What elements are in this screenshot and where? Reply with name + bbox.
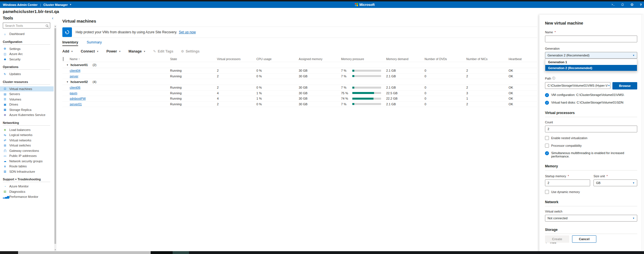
sidebar-item-sdn-infrastructure[interactable]: ▥ SDN Infrastructure xyxy=(0,169,57,174)
power-button[interactable]: Power▼ xyxy=(106,49,121,53)
vproc-count-input[interactable] xyxy=(545,126,637,132)
add-button[interactable]: Add▼ xyxy=(62,49,73,53)
search-tools-input[interactable] xyxy=(3,23,50,29)
create-button[interactable]: Create xyxy=(545,235,569,243)
sidebar-item-azure-arc[interactable]: ◫ Azure Arc xyxy=(0,51,57,57)
set-up-now-link[interactable]: Set up now xyxy=(179,30,196,34)
scrollbar-thumb[interactable] xyxy=(54,28,56,244)
sidebar-item-aks[interactable]: ☸ Azure Kubernetes Service xyxy=(0,112,57,118)
startup-memory-input[interactable] xyxy=(545,179,590,186)
edit-tags-button[interactable]: ✎Edit Tags xyxy=(153,49,173,53)
scroll-up-icon[interactable]: ▲ xyxy=(54,25,56,28)
search-icon xyxy=(45,24,49,29)
vm-link[interactable]: sdnbootPW xyxy=(70,97,86,100)
table-row[interactable]: client06 Running 2 0 % 30 GB 7 % 2.1 GB … xyxy=(62,85,537,91)
network-section: Network xyxy=(545,200,637,204)
sidebar-item-public-ip[interactable]: ▭ Public IP addresses xyxy=(0,153,57,159)
cancel-button[interactable]: Cancel xyxy=(572,235,596,243)
sidebar-item-virtual-switches[interactable]: ⊞ Virtual switches xyxy=(0,143,57,148)
manage-button[interactable]: Manage▼ xyxy=(129,49,146,53)
virtual-switch-select[interactable]: Not connected ▼ xyxy=(545,215,637,222)
notifications-icon[interactable] xyxy=(621,3,624,6)
sidebar-item-dashboard[interactable]: ⌂ Dashboard xyxy=(0,31,57,37)
vm-config-path-info: VM configuration: C:\ClusterStorage\Volu… xyxy=(551,93,624,97)
panel-title: New virtual machine xyxy=(545,21,637,25)
option-generation-2[interactable]: Generation 2 (Recommended) xyxy=(545,65,637,71)
sidebar-item-gateway-connections[interactable]: ⋂ Gateway connections xyxy=(0,148,57,154)
sidebar-item-route-tables[interactable]: ⋔ Route tables xyxy=(0,164,57,169)
help-icon[interactable]: ? xyxy=(640,3,642,6)
memory-pressure-bar xyxy=(352,70,381,72)
info-icon: i xyxy=(545,101,549,105)
connect-button[interactable]: Connect▼ xyxy=(81,49,99,53)
col-nics: Number of NICs xyxy=(466,57,509,61)
sidebar-item-logical-networks[interactable]: ⇆ Logical networks xyxy=(0,132,57,138)
sidebar-item-azure-monitor[interactable]: ◔ Azure Monitor xyxy=(0,184,57,189)
microsoft-logo: Microsoft xyxy=(355,1,375,8)
sidebar-item-drives[interactable]: ▣ Drives xyxy=(0,102,57,107)
tab-inventory[interactable]: Inventory xyxy=(62,40,78,46)
generation-dropdown: Generation 1 Generation 2 (Recommended) xyxy=(545,59,637,71)
panel-scrollbar[interactable] xyxy=(641,15,644,251)
settings-gear-icon[interactable]: ⚙ xyxy=(630,3,634,7)
processor-compatibility-checkbox[interactable]: Processor compatibility xyxy=(545,144,637,148)
vm-link[interactable]: client06 xyxy=(70,86,80,89)
table-row[interactable]: server Running 2 0 % 30 GB 7 % 2.1 GB 0 … xyxy=(62,74,537,79)
generation-select[interactable]: Generation 2 (Recommended) ▼ xyxy=(545,52,637,59)
gateway-connections-icon: ⋂ xyxy=(3,149,7,152)
azure-site-recovery-icon xyxy=(62,27,72,37)
vm-name-input[interactable] xyxy=(545,36,637,42)
group-row-hciserver02[interactable]: ▼ hciserver02 (4) xyxy=(62,79,537,85)
option-generation-1[interactable]: Generation 1 xyxy=(545,59,637,65)
group-row-hciserver01[interactable]: ▼ hciserver01 (2) xyxy=(62,62,537,68)
table-row[interactable]: client04 Running 2 0 % 30 GB 7 % 2.1 GB … xyxy=(62,68,537,74)
table-row[interactable]: sdnbootPW Running 4 1 % 30 GB 74 % 22.2 … xyxy=(62,96,537,102)
divider xyxy=(3,84,50,85)
shield-icon: ◆ xyxy=(3,58,7,61)
table-row[interactable]: server01 Running 2 0 % 30 GB 7 % 2.1 GB … xyxy=(62,102,537,107)
sidebar-item-nsg[interactable]: ☁ Network security groups xyxy=(0,159,57,164)
table-row[interactable]: pavm Running 4 1 % 30 GB 75 % 22.5 GB 0 … xyxy=(62,91,537,96)
scroll-down-icon[interactable]: ▼ xyxy=(54,248,56,251)
sidebar-scrollbar[interactable]: ▲ ▼ xyxy=(54,25,56,251)
path-select[interactable]: C:\ClusterStorage\Volume01\VMS (Hyper-V … xyxy=(545,82,610,89)
virtual-switches-icon: ⊞ xyxy=(3,144,7,147)
azure-arc-icon: ◫ xyxy=(3,52,7,56)
collapse-sidebar-icon[interactable]: ‹ xyxy=(52,16,53,20)
sidebar-item-virtual-networks[interactable]: ⇄ Virtual networks xyxy=(0,138,57,143)
settings-button[interactable]: ⚙Settings xyxy=(181,49,199,53)
memory-pressure-bar xyxy=(352,87,381,89)
sidebar-item-settings[interactable]: ⚙ Settings xyxy=(0,46,57,52)
solution-switcher[interactable]: Cluster Manager xyxy=(43,3,68,6)
gear-icon: ⚙ xyxy=(3,47,7,50)
sidebar-item-storage-replica[interactable]: ▦ Storage Replica xyxy=(0,107,57,113)
vm-link[interactable]: pavm xyxy=(70,91,77,95)
sidebar-item-diagnostics[interactable]: ▧ Diagnostics xyxy=(0,189,57,194)
size-unit-select[interactable]: GB ▼ xyxy=(594,179,637,186)
chevron-down-icon: ▼ xyxy=(632,54,635,57)
section-configuration: Configuration xyxy=(3,40,57,43)
sidebar-item-servers[interactable]: ▤ Servers xyxy=(0,91,57,97)
vm-link[interactable]: client04 xyxy=(70,69,80,72)
browse-button[interactable]: Browse xyxy=(612,82,637,89)
select-all-checkbox[interactable] xyxy=(63,57,63,61)
sort-asc-icon: ↑ xyxy=(78,57,80,61)
sidebar-item-volumes[interactable]: ☰ Volumes xyxy=(0,97,57,102)
vm-link[interactable]: server xyxy=(70,75,78,78)
chevron-down-icon: ▼ xyxy=(69,3,72,6)
tab-summary[interactable]: Summary xyxy=(87,40,102,46)
dynamic-memory-checkbox[interactable]: Use dynamic memory xyxy=(545,190,637,194)
sidebar-item-load-balancers[interactable]: ◈ Load balancers xyxy=(0,127,57,133)
vhd-path-info: Virtual hard disks: C:\ClusterStorage\Vo… xyxy=(551,101,623,104)
vm-link[interactable]: server01 xyxy=(70,102,82,106)
sidebar-item-performance-monitor[interactable]: ▂▄▆ Performance Monitor xyxy=(0,194,57,200)
diagnostics-icon: ▧ xyxy=(3,190,7,193)
powershell-icon[interactable]: >_ xyxy=(612,3,615,6)
sidebar-item-virtual-machines[interactable]: ⊡ Virtual machines xyxy=(0,86,54,92)
divider xyxy=(3,44,50,45)
nested-virtualization-checkbox[interactable]: Enable nested virtualization xyxy=(545,136,637,140)
sidebar-item-updates[interactable]: ↻ Updates xyxy=(0,71,57,77)
home-icon: ⌂ xyxy=(3,32,7,36)
sidebar-item-security[interactable]: ◆ Security xyxy=(0,57,57,62)
hscrollbar-thumb[interactable] xyxy=(18,251,151,254)
